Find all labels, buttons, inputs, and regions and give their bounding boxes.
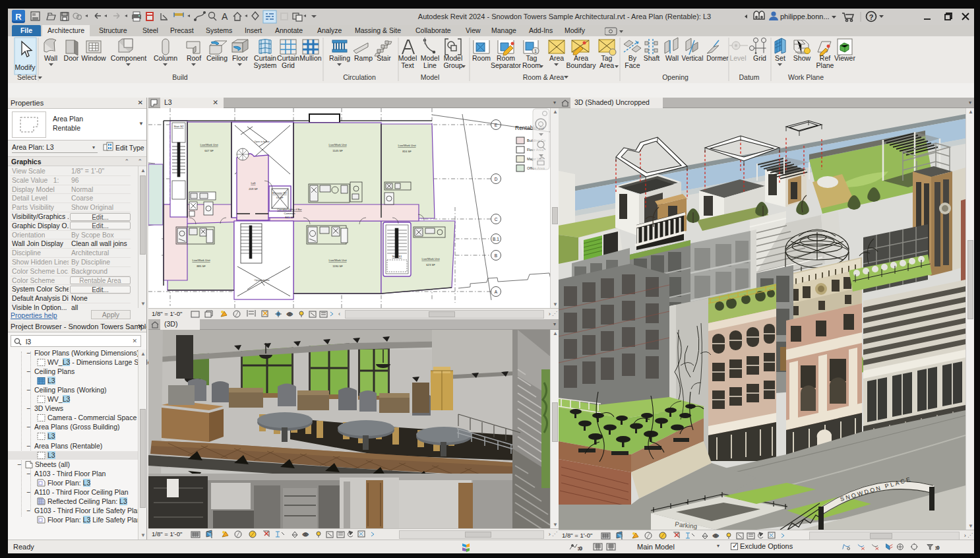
svg-text:Line: Line xyxy=(423,61,437,69)
svg-text:A: A xyxy=(495,290,498,294)
svg-text:Level: Level xyxy=(729,54,746,62)
svg-text:Live/Work Unit: Live/Work Unit xyxy=(192,259,210,262)
svg-text::0: :0 xyxy=(578,545,582,551)
svg-text:Live/Work Unit: Live/Work Unit xyxy=(398,144,416,147)
svg-text:Ramp: Ramp xyxy=(354,54,373,62)
svg-text:Live/Work Unit: Live/Work Unit xyxy=(200,143,218,146)
svg-text:Live/Work Unit: Live/Work Unit xyxy=(421,257,440,261)
svg-text:👁: 👁 xyxy=(303,532,309,538)
svg-text:?: ? xyxy=(869,13,874,21)
svg-text:Build: Build xyxy=(172,73,188,81)
svg-text:Stair S2: Stair S2 xyxy=(174,125,185,128)
svg-text:Vertical: Vertical xyxy=(682,55,704,62)
svg-text:B.1: B.1 xyxy=(493,237,499,241)
svg-text:Window: Window xyxy=(81,54,106,62)
svg-text:Wall: Wall xyxy=(44,54,57,62)
svg-text:👁: 👁 xyxy=(287,311,293,318)
svg-text:1145 SF: 1145 SF xyxy=(332,149,343,152)
svg-text:Wall: Wall xyxy=(665,54,679,62)
svg-text:Area: Area xyxy=(549,54,564,62)
svg-text:Stair S1: Stair S1 xyxy=(392,255,403,258)
svg-text:841 SF: 841 SF xyxy=(285,216,294,219)
svg-text:Roof: Roof xyxy=(187,54,201,62)
svg-text:E: E xyxy=(495,123,498,127)
svg-text:Common: Common xyxy=(284,212,296,215)
svg-text:74 SF: 74 SF xyxy=(276,196,284,199)
svg-text:Separator: Separator xyxy=(491,61,522,69)
svg-text:Select: Select xyxy=(17,73,36,81)
svg-text:Elevator E2: Elevator E2 xyxy=(272,191,287,195)
svg-text:816 SF: 816 SF xyxy=(402,150,412,153)
svg-text:Open to below: Open to below xyxy=(254,279,270,282)
svg-text:Modify: Modify xyxy=(15,63,36,71)
svg-text:Grid: Grid xyxy=(282,61,295,69)
svg-text:623 SF: 623 SF xyxy=(426,263,435,266)
svg-text:Set: Set xyxy=(775,54,785,62)
svg-text:Mullion: Mullion xyxy=(299,54,321,62)
svg-text:Face: Face xyxy=(625,61,640,69)
svg-text:Group: Group xyxy=(443,61,462,69)
svg-text:1190 SF: 1190 SF xyxy=(332,264,343,268)
svg-text:Column: Column xyxy=(154,54,177,62)
svg-text:Grid: Grid xyxy=(753,54,766,62)
svg-text:Door: Door xyxy=(64,54,79,62)
svg-text:Dormer: Dormer xyxy=(706,55,729,62)
svg-text:Ceiling: Ceiling xyxy=(206,54,228,62)
svg-text:Railing: Railing xyxy=(329,54,350,62)
svg-text:Plane: Plane xyxy=(816,61,834,69)
svg-text:D: D xyxy=(495,177,498,181)
svg-text:R: R xyxy=(15,12,22,22)
svg-text:System: System xyxy=(253,61,276,69)
svg-text::0: :0 xyxy=(935,545,939,551)
svg-text:Datum: Datum xyxy=(739,73,760,81)
svg-text:209 SF: 209 SF xyxy=(249,187,258,191)
svg-text:Stair: Stair xyxy=(377,54,391,62)
svg-text:Shaft: Shaft xyxy=(644,54,660,62)
svg-text:Corridor/Utility if Bar: Corridor/Utility if Bar xyxy=(277,208,302,211)
svg-text:C: C xyxy=(495,217,498,222)
svg-text:Viewer: Viewer xyxy=(834,54,855,62)
svg-text:👁: 👁 xyxy=(713,533,719,540)
svg-text:647 SF: 647 SF xyxy=(204,149,214,152)
svg-text:Show: Show xyxy=(793,54,811,62)
svg-text:Live/Work Unit: Live/Work Unit xyxy=(328,259,347,262)
svg-text:Room & Area: Room & Area xyxy=(523,73,565,81)
svg-text:Room: Room xyxy=(472,54,491,62)
svg-text:Component: Component xyxy=(111,54,146,62)
svg-text:Open to below: Open to below xyxy=(254,140,270,143)
svg-text:Floor: Floor xyxy=(232,54,248,62)
svg-text:Loft: Loft xyxy=(251,181,257,185)
svg-text:1: 1 xyxy=(534,49,537,53)
svg-text:Model: Model xyxy=(421,73,440,81)
svg-text:Boundary: Boundary xyxy=(567,61,597,69)
svg-text:Text: Text xyxy=(401,61,413,69)
svg-text:Live/Work Unit: Live/Work Unit xyxy=(328,143,347,146)
svg-text:Area: Area xyxy=(599,61,614,69)
svg-text:Opening: Opening xyxy=(662,73,689,81)
svg-text:885 SF: 885 SF xyxy=(197,264,206,268)
svg-text:A: A xyxy=(222,11,228,22)
svg-text:Room: Room xyxy=(522,61,541,69)
svg-text:philippe.bonn...: philippe.bonn... xyxy=(780,13,830,20)
svg-text:B: B xyxy=(495,253,497,258)
svg-text:Circulation: Circulation xyxy=(343,73,376,81)
svg-text:Work Plane: Work Plane xyxy=(788,73,824,81)
